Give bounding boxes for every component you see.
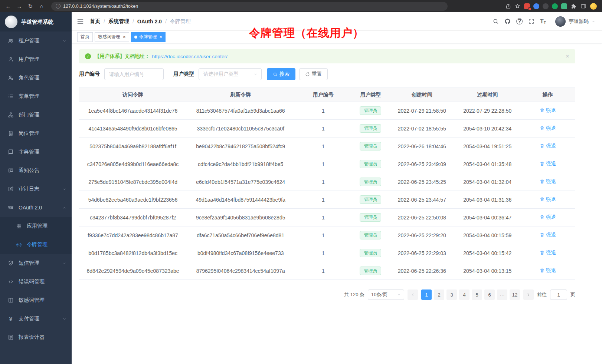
sidebar-item-oauth2[interactable]: OAuth 2.0 <box>0 198 72 217</box>
goto-label: 前往 <box>537 291 547 298</box>
user-type-select[interactable]: 请选择用户类型 <box>199 68 262 80</box>
extension-blue-icon[interactable] <box>533 3 539 9</box>
force-logout-button[interactable]: 强退 <box>540 178 556 185</box>
page-button-5[interactable]: 5 <box>472 289 482 300</box>
tab-token[interactable]: 令牌管理× <box>131 32 166 42</box>
url-bar[interactable]: i 127.0.0.1:1024/system/oauth2/token <box>51 2 448 11</box>
puzzle-icon[interactable] <box>571 3 577 9</box>
trash-icon <box>540 232 545 238</box>
sidebar-item-dict[interactable]: 字典管理 <box>0 143 72 161</box>
logo-avatar-image <box>5 16 17 28</box>
sidebar-item-sensitive-word[interactable]: 敏感词管理 <box>0 291 72 310</box>
sidebar-item-role[interactable]: 角色管理 <box>0 69 72 87</box>
sidebar-item-user[interactable]: 用户管理 <box>0 50 72 69</box>
prev-page-button[interactable] <box>408 289 418 300</box>
page-button-2[interactable]: 2 <box>434 289 444 300</box>
github-icon[interactable] <box>504 18 511 24</box>
caret-down-icon <box>592 20 595 23</box>
page-button-3[interactable]: 3 <box>446 289 457 300</box>
share-icon[interactable] <box>506 3 511 9</box>
forward-icon[interactable]: → <box>15 3 24 9</box>
table-header-cell: 操作 <box>520 88 575 102</box>
next-page-button[interactable] <box>523 289 534 300</box>
search-icon <box>273 72 278 77</box>
force-logout-button[interactable]: 强退 <box>540 196 556 203</box>
page-button-4[interactable]: 4 <box>459 289 470 300</box>
sidebar-item-notice[interactable]: 通知公告 <box>0 161 72 180</box>
sidebar-item-error-code[interactable]: 错误码管理 <box>0 272 72 291</box>
breadcrumb-item[interactable]: 系统管理 <box>108 18 129 25</box>
reset-button[interactable]: 重置 <box>299 68 328 80</box>
page-button-12[interactable]: 12 <box>510 289 520 300</box>
chevron-down-icon <box>62 206 66 210</box>
force-logout-button[interactable]: 强退 <box>540 249 556 256</box>
hamburger-icon[interactable] <box>77 18 84 25</box>
goto-page-input[interactable] <box>550 289 567 300</box>
breadcrumb-item[interactable]: 首页 <box>90 18 100 25</box>
browser-profile-avatar[interactable] <box>590 3 597 10</box>
sidebar-item-menu[interactable]: 菜单管理 <box>0 87 72 106</box>
sidebar-item-oauth2-token[interactable]: 令牌管理 <box>0 235 72 254</box>
force-logout-button[interactable]: 强退 <box>540 161 556 167</box>
breadcrumb-separator: / <box>165 19 167 24</box>
force-logout-button[interactable]: 强退 <box>540 214 556 221</box>
refresh-token-cell: be90422b8c7946218275a508bf524fc9 <box>187 138 294 155</box>
force-logout-button[interactable]: 强退 <box>540 143 556 149</box>
page-button-1[interactable]: 1 <box>421 289 432 300</box>
alert-close-icon[interactable]: × <box>566 53 569 60</box>
user-type-tag: 管理员 <box>360 106 381 115</box>
user-type-tag: 管理员 <box>360 213 381 221</box>
expire-time-cell: 2054-03-04 00:13:15 <box>455 262 520 280</box>
home-icon[interactable]: ⌂ <box>37 3 46 9</box>
sidebar-item-report-designer[interactable]: 报表设计器 <box>0 328 72 347</box>
sidebar-item-oauth2-app[interactable]: 应用管理 <box>0 217 72 235</box>
tab-sensitive-word[interactable]: 敏感词管理× <box>95 32 129 42</box>
page-more-button[interactable]: ⋯ <box>497 289 507 300</box>
side-panel-icon[interactable] <box>580 3 586 9</box>
sidebar-item-audit-log[interactable]: 审计日志 <box>0 180 72 198</box>
extension-vue-icon[interactable] <box>561 3 567 9</box>
extension-dark-icon[interactable] <box>543 3 549 9</box>
reload-icon[interactable]: ↻ <box>26 3 35 10</box>
expire-time-cell: 2054-03-04 01:35:48 <box>455 155 520 173</box>
user-id-input[interactable] <box>104 68 164 80</box>
font-size-icon[interactable]: TT <box>540 18 546 25</box>
extension-red-icon[interactable] <box>524 3 530 9</box>
table-header-cell: 用户编号 <box>294 88 352 102</box>
extension-badge <box>528 7 531 10</box>
breadcrumb-item[interactable]: OAuth 2.0 <box>137 19 162 24</box>
alert-text: 【用户体系】文档地址： <box>95 53 150 60</box>
user-menu[interactable]: 芋道源码 <box>555 16 595 27</box>
close-icon[interactable]: × <box>123 34 126 39</box>
alert-link[interactable]: https://doc.iocoder.cn/user-center/ <box>152 54 228 59</box>
extension-green-icon[interactable] <box>552 3 558 9</box>
search-icon[interactable] <box>493 18 499 24</box>
app-logo[interactable]: 芋道管理系统 <box>0 12 72 32</box>
user-id-cell: 1 <box>294 244 352 262</box>
page-button-6[interactable]: 6 <box>484 289 495 300</box>
tab-home[interactable]: 首页 <box>77 32 93 42</box>
sidebar-item-post[interactable]: 岗位管理 <box>0 124 72 143</box>
expire-time-cell: 2054-03-04 01:32:04 <box>455 173 520 191</box>
force-logout-button[interactable]: 强退 <box>540 107 556 114</box>
force-logout-button[interactable]: 强退 <box>540 267 556 274</box>
info-icon[interactable]: i <box>56 4 60 9</box>
force-logout-button[interactable]: 强退 <box>540 232 556 238</box>
force-logout-button[interactable]: 强退 <box>540 125 556 132</box>
sidebar-item-dept[interactable]: 部门管理 <box>0 106 72 124</box>
user-id-cell: 1 <box>294 138 352 155</box>
sidebar-item-tenant[interactable]: 租户管理 <box>0 32 72 50</box>
search-button[interactable]: 搜索 <box>267 68 295 80</box>
page-size-select[interactable]: 10条/页 <box>368 289 404 300</box>
filter-form: 用户编号 用户类型 请选择用户类型 搜索 重置 <box>79 68 575 80</box>
fullscreen-icon[interactable] <box>528 18 534 24</box>
bookmark-star-icon[interactable] <box>515 3 520 9</box>
trash-icon <box>540 250 545 255</box>
sidebar-item-sms[interactable]: 短信管理 <box>0 254 72 272</box>
sidebar-item-pay[interactable]: ¥支付管理 <box>0 310 72 328</box>
close-icon[interactable]: × <box>160 34 163 39</box>
question-icon[interactable]: ? <box>516 18 523 24</box>
users-icon <box>7 38 14 44</box>
back-icon[interactable]: ← <box>4 3 13 9</box>
access-token-cell: 6d842e2924594de9a09e45e087323abe <box>79 262 187 280</box>
